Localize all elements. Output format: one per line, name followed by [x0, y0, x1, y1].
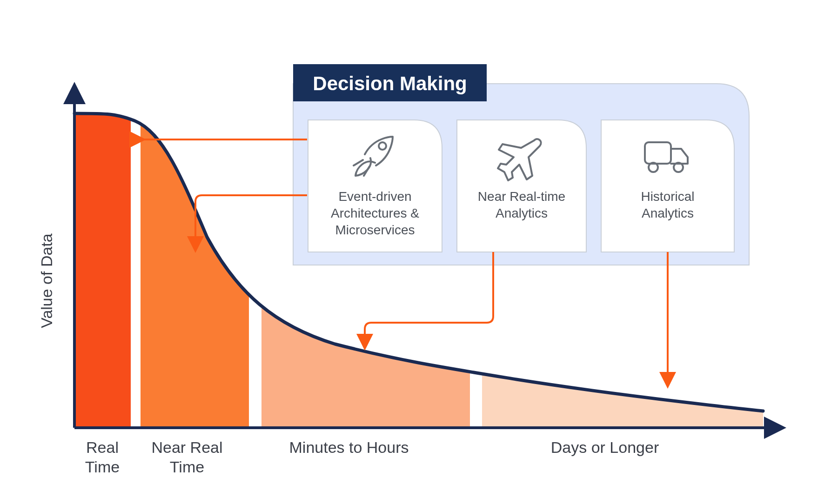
xlabel-near-real-time-l2: Time	[170, 458, 204, 476]
xlabel-days-longer: Days or Longer	[551, 438, 659, 456]
y-axis-label: Value of Data	[38, 233, 55, 328]
diagram-root: Value of Data Real Time Near Real Time M…	[0, 0, 831, 504]
xlabel-real-time-l1: Real	[86, 438, 119, 456]
arrow-card2-to-minuteshours	[365, 252, 493, 342]
decision-panel: Decision Making Event-driven Architectur…	[293, 64, 749, 265]
arrow-card1-to-nearrealtime	[195, 195, 307, 245]
card-historical-analytics: Historical Analytics	[601, 120, 734, 252]
card-event-driven: Event-driven Architectures & Microservic…	[308, 120, 442, 252]
card2-l1: Near Real-time	[478, 189, 565, 204]
band-real-time	[74, 56, 131, 428]
xlabel-near-real-time-l1: Near Real	[151, 438, 222, 456]
card-near-realtime-analytics: Near Real-time Analytics	[457, 120, 586, 252]
card1-l3: Microservices	[335, 223, 415, 237]
card3-l2: Analytics	[642, 206, 694, 220]
card1-l1: Event-driven	[338, 189, 411, 204]
x-tick-labels: Real Time Near Real Time Minutes to Hour…	[85, 438, 659, 476]
card2-l2: Analytics	[496, 206, 548, 220]
panel-title: Decision Making	[313, 73, 467, 94]
xlabel-real-time-l2: Time	[85, 458, 120, 476]
card3-l1: Historical	[641, 189, 694, 204]
card1-l2: Architectures &	[331, 206, 419, 220]
xlabel-minutes-hours: Minutes to Hours	[289, 438, 409, 456]
